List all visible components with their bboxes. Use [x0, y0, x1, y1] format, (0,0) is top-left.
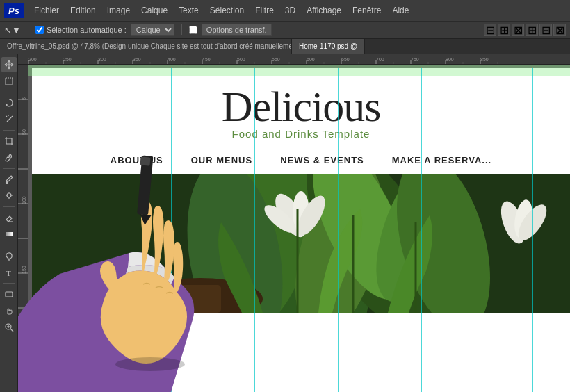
tool-eyedropper[interactable]	[1, 150, 17, 165]
align-right-icon[interactable]: ⊠	[512, 24, 524, 36]
website-title: Delicious	[60, 82, 542, 131]
menu-bar: Ps Fichier Edition Image Calque Texte Sé…	[0, 0, 570, 21]
tool-eraser[interactable]	[1, 210, 17, 225]
tool-separator-5	[3, 245, 15, 245]
tool-crop[interactable]	[1, 133, 17, 149]
ruler-left: 5 50 100 150	[18, 65, 28, 392]
svg-text:700: 700	[376, 57, 384, 62]
align-center-v-icon[interactable]: ⊟	[539, 24, 552, 36]
photoshop-window: Ps Fichier Edition Image Calque Texte Sé…	[0, 0, 570, 392]
svg-text:400: 400	[168, 57, 176, 62]
svg-rect-16	[6, 292, 13, 297]
tool-move[interactable]	[1, 57, 17, 72]
menu-image[interactable]: Image	[102, 3, 135, 17]
svg-text:250: 250	[63, 57, 72, 62]
tool-zoom[interactable]	[1, 320, 17, 335]
ruler-top: 200 250 300 350 400 450 500 550	[18, 54, 570, 65]
transf-button[interactable]: Options de transf.	[202, 24, 272, 36]
menu-calque[interactable]: Calque	[136, 3, 172, 17]
svg-text:300: 300	[98, 57, 106, 62]
svg-text:550: 550	[272, 57, 280, 62]
tool-marquee[interactable]	[1, 74, 17, 89]
tool-separator-2	[3, 130, 15, 131]
move-tool-icon: ↖▼	[4, 25, 21, 35]
tab-offre-vitrine[interactable]: Offre_vitrine_05.psd @ 47,8% (Design uni…	[0, 39, 292, 54]
svg-rect-0	[6, 78, 13, 85]
nav-about: ABOUT US	[111, 155, 163, 165]
guide-line-7	[532, 68, 533, 392]
svg-text:150: 150	[22, 266, 26, 274]
svg-line-1	[7, 116, 13, 122]
menu-texte[interactable]: Texte	[174, 3, 204, 17]
ruler-corner	[18, 54, 28, 65]
align-bottom-icon[interactable]: ⊠	[553, 24, 566, 36]
menu-selection[interactable]: Sélection	[205, 3, 249, 17]
nav-menus: OUR MENUS	[191, 155, 252, 165]
svg-text:750: 750	[411, 57, 419, 62]
align-center-h-icon[interactable]: ⊞	[498, 24, 510, 36]
menu-edition[interactable]: Edition	[65, 3, 101, 17]
toolbar: T	[0, 54, 18, 392]
guide-line-5	[421, 68, 422, 392]
nav-news: NEWS & EVENTS	[280, 155, 364, 165]
svg-line-18	[10, 329, 13, 332]
website-header: Delicious Food and Drinks Template	[32, 68, 570, 147]
menu-fenetre[interactable]: Fenêtre	[348, 3, 386, 17]
align-icons-group: ⊟ ⊞ ⊠ ⊞ ⊟ ⊠	[484, 24, 566, 36]
svg-text:500: 500	[237, 57, 245, 62]
website-canvas: Delicious Food and Drinks Template ABOUT…	[32, 68, 570, 392]
guide-line-4	[338, 68, 339, 392]
guide-line-2	[171, 68, 172, 392]
align-left-icon[interactable]: ⊟	[484, 24, 496, 36]
svg-text:200: 200	[28, 57, 37, 62]
svg-point-7	[7, 193, 11, 197]
tool-clone[interactable]	[1, 188, 17, 204]
svg-text:450: 450	[202, 57, 211, 62]
plant-illustration	[32, 174, 570, 313]
options-bar: ↖▼ Sélection automatique : Calque Option…	[0, 21, 570, 39]
website-nav: ABOUT US OUR MENUS NEWS & EVENTS MAKE A …	[32, 147, 570, 174]
tab-home-label: Home-1170.psd @	[299, 42, 357, 50]
tool-hand[interactable]	[1, 303, 17, 318]
tool-gradient[interactable]	[1, 227, 17, 242]
align-top-icon[interactable]: ⊞	[526, 24, 538, 36]
hero-bg	[32, 174, 570, 313]
tab-bar: Offre_vitrine_05.psd @ 47,8% (Design uni…	[0, 39, 570, 54]
website-hero	[32, 174, 570, 313]
svg-rect-96	[96, 285, 221, 313]
tool-separator-3	[3, 168, 15, 169]
tool-brush[interactable]	[1, 172, 17, 187]
selection-auto-checkbox[interactable]	[35, 26, 44, 34]
ps-logo: Ps	[4, 3, 24, 18]
menu-filtre[interactable]: Filtre	[250, 3, 279, 17]
tool-magic-wand[interactable]	[1, 112, 17, 127]
nav-reserve: MAKE A RESERVA...	[392, 155, 491, 165]
layer-select[interactable]: Calque	[131, 24, 174, 36]
svg-text:100: 100	[22, 196, 26, 204]
svg-text:5: 5	[22, 97, 26, 100]
tool-pen[interactable]	[1, 248, 17, 263]
transf-checkbox[interactable]	[189, 26, 197, 34]
svg-text:850: 850	[480, 57, 489, 62]
main-area: T	[0, 54, 570, 392]
tool-separator-6	[3, 283, 15, 284]
tab-home[interactable]: Home-1170.psd @	[292, 39, 365, 54]
tool-separator-1	[3, 92, 15, 92]
svg-point-6	[6, 182, 8, 184]
green-guide-bar	[28, 65, 570, 76]
svg-rect-13	[6, 232, 13, 236]
tool-shape[interactable]	[1, 286, 17, 302]
menu-affichage[interactable]: Affichage	[302, 3, 346, 17]
guide-line-6	[484, 68, 484, 392]
website-subtitle: Food and Drinks Template	[60, 128, 542, 140]
svg-text:650: 650	[341, 57, 350, 62]
canvas-area[interactable]: 200 250 300 350 400 450 500 550	[18, 54, 570, 392]
svg-line-2	[6, 116, 7, 117]
svg-text:600: 600	[307, 57, 315, 62]
tool-lasso[interactable]	[1, 95, 17, 111]
menu-aide[interactable]: Aide	[387, 3, 414, 17]
menu-fichier[interactable]: Fichier	[29, 3, 64, 17]
guide-line-3	[254, 68, 255, 392]
menu-3d[interactable]: 3D	[280, 3, 300, 17]
tool-type[interactable]: T	[1, 265, 17, 280]
